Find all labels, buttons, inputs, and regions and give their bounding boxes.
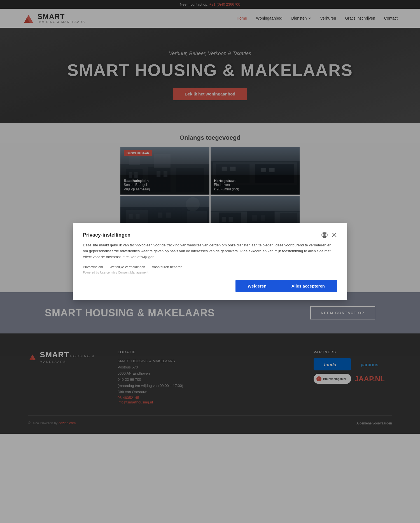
modal-text: Deze site maakt gebruik van technologieë…	[83, 242, 337, 260]
privacy-modal: Privacy-instellingen Deze site maakt geb…	[73, 223, 347, 300]
close-icon[interactable]	[332, 232, 337, 238]
modal-links: Privacybeleid Wettelijke vermeldingen Vo…	[83, 265, 337, 269]
modal-buttons: Weigeren Alles accepteren	[83, 280, 337, 292]
reject-button[interactable]: Weigeren	[235, 280, 279, 292]
modal-overlay[interactable]: Privacy-instellingen Deze site maakt geb…	[0, 0, 420, 434]
modal-header-icons	[321, 232, 337, 238]
modal-body: Deze site maakt gebruik van technologieë…	[83, 242, 337, 260]
modal-title: Privacy-instellingen	[83, 232, 130, 238]
modal-powered: Powered by Usercentrics Consent Manageme…	[83, 271, 337, 274]
modal-privacy-link[interactable]: Privacybeleid	[83, 265, 103, 269]
modal-preferences-link[interactable]: Voorkeuren beheren	[152, 265, 183, 269]
modal-legal-link[interactable]: Wettelijke vermeldingen	[109, 265, 145, 269]
modal-header: Privacy-instellingen	[83, 232, 337, 238]
accept-button[interactable]: Alles accepteren	[279, 280, 337, 292]
globe-icon[interactable]	[321, 232, 328, 238]
